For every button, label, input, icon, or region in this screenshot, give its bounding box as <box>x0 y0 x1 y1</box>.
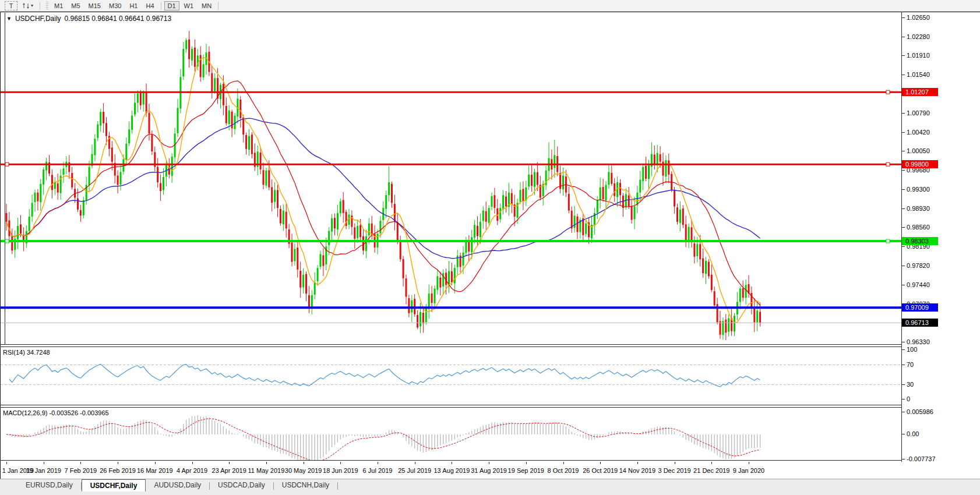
price-line-badge: 0.97009 <box>902 303 938 312</box>
price-tick: 1.01910 <box>907 52 977 59</box>
date-label: 8 Oct 2019 <box>548 467 579 474</box>
text-cursor-button[interactable]: T <box>5 1 17 10</box>
date-tick <box>415 462 415 464</box>
price-line-badge: 1.01207 <box>902 88 938 96</box>
price-tick: 0.99300 <box>907 186 977 193</box>
timeframe-m15-button[interactable]: M15 <box>85 1 104 10</box>
date-label: 26 Feb 2019 <box>100 467 136 474</box>
toolbar-separator <box>218 2 218 10</box>
timeframe-w1-button[interactable]: W1 <box>181 1 198 10</box>
tab-usdcad[interactable]: USDCAD,Daily <box>210 479 273 492</box>
date-label: 9 Jan 2020 <box>733 467 764 474</box>
date-tick <box>563 462 564 464</box>
timeframe-m1-button[interactable]: M1 <box>51 1 66 10</box>
price-tick: 1.00790 <box>907 109 977 116</box>
tab-separator <box>337 482 338 490</box>
tab-usdchf[interactable]: USDCHF,Daily <box>82 479 146 492</box>
date-tick <box>600 462 601 464</box>
toolbar-separator <box>40 2 40 10</box>
symbol-dropdown-icon[interactable]: ▼ <box>6 16 12 22</box>
timeframe-mn-button[interactable]: MN <box>198 1 215 10</box>
date-tick <box>118 462 118 464</box>
price-tick: 0.97440 <box>907 281 977 288</box>
date-label: 14 Nov 2019 <box>619 467 655 474</box>
price-tick: 0.005986 <box>907 408 977 415</box>
date-label: 7 Feb 2019 <box>65 467 97 474</box>
date-label: 31 Aug 2019 <box>471 467 507 474</box>
timeframe-h4-button[interactable]: H4 <box>142 1 157 10</box>
mt4-workspace: T ▾ M1 M5 M15 M30 H1 H4 D1 W1 MN ▼ USDCH… <box>0 0 980 495</box>
date-tick <box>489 462 489 464</box>
date-tick <box>192 462 193 464</box>
date-label: 30 May 2019 <box>285 467 322 474</box>
price-tick: 70 <box>907 361 977 368</box>
date-label: 13 Aug 2019 <box>433 467 470 474</box>
date-tick <box>340 462 341 464</box>
date-label: 6 Jul 2019 <box>363 467 393 474</box>
chart-window: ▼ USDCHF,Daily 0.96815 0.96841 0.96641 0… <box>0 12 980 479</box>
price-tick: 1.02650 <box>907 14 977 21</box>
price-line-badge: 0.98303 <box>902 237 938 245</box>
main-chart[interactable] <box>1 13 901 345</box>
rsi-panel[interactable] <box>1 346 901 405</box>
arrows-icon <box>22 2 30 9</box>
tab-audusd[interactable]: AUDUSD,Daily <box>146 479 209 492</box>
date-tick <box>304 462 304 464</box>
date-label: 21 Dec 2019 <box>693 467 729 474</box>
toolbar-grip[interactable] <box>46 2 48 10</box>
date-label: 19 Jan 2019 <box>26 467 61 474</box>
date-label: 11 May 2019 <box>248 467 284 474</box>
date-tick <box>229 462 230 464</box>
date-tick <box>378 462 378 464</box>
price-tick: 1.01540 <box>907 71 977 78</box>
price-line-badge: 0.96713 <box>902 319 938 327</box>
price-tick: 0 <box>907 395 977 402</box>
price-tick: 0.96330 <box>907 338 977 345</box>
date-tick <box>266 462 267 464</box>
date-label: 3 Dec 2019 <box>658 467 690 474</box>
price-tick: 1.02280 <box>907 33 977 40</box>
date-tick <box>526 462 527 464</box>
timeframe-d1-button[interactable]: D1 <box>164 1 179 10</box>
date-tick <box>675 462 675 464</box>
price-tick: 1.00420 <box>907 129 977 136</box>
price-tick: 100 <box>907 346 977 353</box>
date-tick <box>452 462 452 464</box>
macd-indicator-title: MACD(12,26,9) -0.003526 -0.003965 <box>3 409 109 416</box>
price-tick: 0.00 <box>907 430 977 437</box>
date-label: 4 Apr 2019 <box>177 467 207 474</box>
date-label: 19 Sep 2019 <box>508 467 544 474</box>
date-tick <box>6 462 7 464</box>
date-axis[interactable]: 1 Jan 201919 Jan 20197 Feb 201926 Feb 20… <box>1 462 980 479</box>
chevron-down-icon: ▾ <box>31 3 33 8</box>
timeframe-m30-button[interactable]: M30 <box>105 1 125 10</box>
macd-panel[interactable] <box>1 407 901 461</box>
price-tick: 0.98560 <box>907 224 977 231</box>
date-tick <box>637 462 638 464</box>
tab-eurusd[interactable]: EURUSD,Daily <box>17 479 81 492</box>
date-tick <box>749 462 749 464</box>
rsi-indicator-title: RSI(14) 34.7248 <box>3 349 50 356</box>
chart-tab-bar: EURUSD,Daily USDCHF,Daily AUDUSD,Daily U… <box>0 479 980 495</box>
date-tick <box>155 462 156 464</box>
price-tick: 0.97820 <box>907 262 977 269</box>
date-label: 16 Mar 2019 <box>137 467 173 474</box>
date-tick <box>80 462 81 464</box>
date-tick <box>44 462 44 464</box>
top-toolbar: T ▾ M1 M5 M15 M30 H1 H4 D1 W1 MN <box>0 0 980 12</box>
price-line-badge: 0.99800 <box>902 160 938 168</box>
date-tick <box>711 462 712 464</box>
toolbar-separator <box>161 2 161 10</box>
price-tick: 1.00050 <box>907 147 977 154</box>
chart-title: ▼ USDCHF,Daily 0.96815 0.96841 0.96641 0… <box>6 15 171 23</box>
tab-usdcnh[interactable]: USDCNH,Daily <box>274 479 337 492</box>
date-label: 23 Apr 2019 <box>212 467 246 474</box>
chart-ohlc-quotes: 0.96815 0.96841 0.96641 0.96713 <box>65 15 172 23</box>
date-label: 25 Jul 2019 <box>398 467 431 474</box>
timeframe-m5-button[interactable]: M5 <box>68 1 83 10</box>
date-label: 18 Jun 2019 <box>323 467 358 474</box>
price-tick: 30 <box>907 381 977 388</box>
timeframe-h1-button[interactable]: H1 <box>126 1 141 10</box>
price-axis[interactable]: 1.026501.022801.019101.015401.011601.007… <box>901 12 980 462</box>
arrange-charts-button[interactable]: ▾ <box>19 1 37 10</box>
